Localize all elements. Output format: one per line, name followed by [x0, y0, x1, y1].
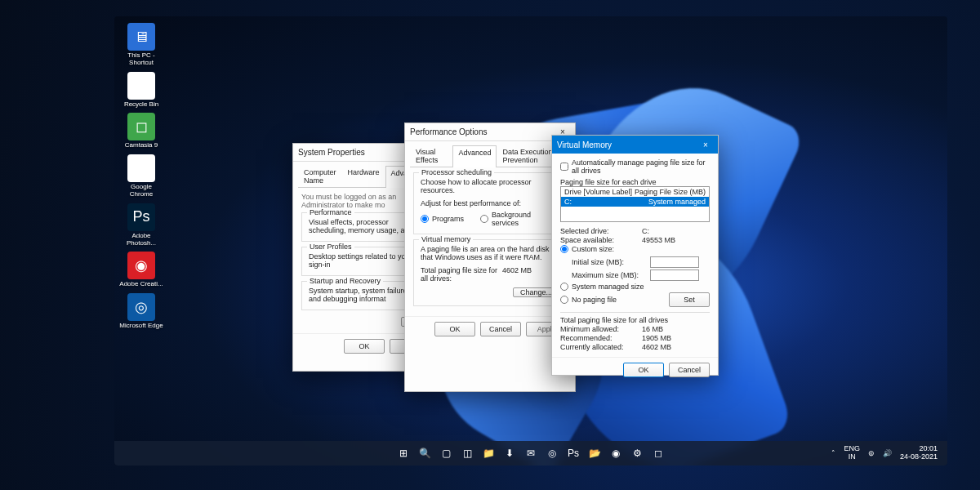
cancel-button[interactable]: Cancel [480, 322, 521, 336]
cancel-button[interactable]: Cancel [669, 363, 710, 377]
desktop-icon-recycle-bin[interactable]: 🗑Recycle Bin [119, 72, 163, 109]
taskbar-widgets-icon[interactable]: ◫ [458, 444, 476, 462]
taskbar-explorer2-icon[interactable]: 📂 [586, 444, 604, 462]
group-label: Processor scheduling [419, 168, 494, 176]
ok-button[interactable]: OK [434, 322, 475, 336]
titlebar[interactable]: Performance Options × [405, 123, 575, 141]
drive-list[interactable]: Drive [Volume Label]Paging File Size (MB… [560, 186, 710, 222]
group-desc: A paging file is an area on the hard dis… [421, 245, 559, 261]
icon-label: Google Chrome [119, 184, 163, 198]
window-title: Performance Options [410, 127, 488, 136]
group-virtual-memory: Virtual memory A paging file is an area … [413, 239, 567, 306]
taskbar-camtasia-icon[interactable]: ◻ [649, 444, 667, 462]
rec-label: Recommended: [560, 334, 642, 342]
photoshop-icon: Ps [127, 203, 155, 231]
window-performance-options[interactable]: Performance Options × Visual EffectsAdva… [404, 122, 576, 392]
each-drive-label: Paging file size for each drive [560, 178, 710, 186]
window-title: Virtual Memory [557, 140, 612, 149]
group-desc: Choose how to allocate processor resourc… [421, 178, 559, 194]
selected-drive-value: C: [642, 227, 649, 235]
group-label: Startup and Recovery [307, 277, 383, 285]
titlebar[interactable]: Virtual Memory × [552, 136, 718, 154]
wifi-icon[interactable]: ⊚ [868, 449, 875, 457]
camtasia-icon: ◻ [127, 113, 155, 140]
taskbar[interactable]: ⊞🔍▢◫📁⬇✉◎Ps📂◉⚙◻ ˄ ENGIN ⊚ 🔊 20:0124-08-20… [114, 441, 947, 466]
rec-value: 1905 MB [642, 334, 671, 342]
recycle-bin-icon: 🗑 [127, 72, 155, 100]
tray-chevron-icon[interactable]: ˄ [831, 449, 835, 457]
taskbar-chrome-icon[interactable]: ◉ [607, 444, 625, 462]
taskbar-apps: ⊞🔍▢◫📁⬇✉◎Ps📂◉⚙◻ [394, 444, 667, 462]
set-button[interactable]: Set [669, 292, 710, 307]
min-label: Minimum allowed: [560, 325, 642, 333]
radio-background[interactable]: Background services [480, 211, 559, 227]
group-proc-scheduling: Processor scheduling Choose how to alloc… [413, 172, 567, 234]
taskbar-store-icon[interactable]: ⬇ [501, 444, 519, 462]
icon-label: Camtasia 9 [119, 142, 163, 149]
taskbar-edge-icon[interactable]: ◎ [543, 444, 561, 462]
totals-label: Total paging file size for all drives [560, 316, 710, 324]
max-size-input[interactable] [650, 270, 699, 281]
system-tray[interactable]: ˄ ENGIN ⊚ 🔊 20:0124-08-2021 [831, 445, 947, 461]
volume-icon[interactable]: 🔊 [883, 449, 892, 457]
drive-row-c[interactable]: C:System managed [561, 197, 709, 207]
tab-advanced[interactable]: Advanced [452, 145, 497, 167]
button-row: OK Cancel [552, 357, 718, 382]
check-auto-manage[interactable]: Automatically manage paging file size fo… [560, 158, 710, 175]
desktop-icon-this-pc[interactable]: 🖥This PC - Shortcut [119, 23, 163, 67]
adjust-label: Adjust for best performance of: [421, 199, 559, 207]
icon-label: Recycle Bin [119, 101, 163, 109]
icon-label: Adobe Creati... [119, 281, 163, 288]
taskbar-start-icon[interactable]: ⊞ [394, 444, 412, 462]
radio-programs[interactable]: Programs [421, 211, 464, 227]
tabs: Visual EffectsAdvancedData Execution Pre… [410, 145, 570, 167]
radio-system-managed[interactable]: System managed size [560, 283, 644, 291]
this-pc-icon: 🖥 [127, 23, 155, 51]
total-label: Total paging file size for all drives: [421, 266, 502, 283]
icon-label: This PC - Shortcut [119, 52, 163, 67]
tab-hardware[interactable]: Hardware [342, 165, 385, 187]
cur-label: Currently allocated: [560, 343, 642, 351]
taskbar-explorer-icon[interactable]: 📁 [479, 444, 497, 462]
close-icon[interactable]: × [698, 140, 713, 149]
taskbar-task-view-icon[interactable]: ▢ [437, 444, 455, 462]
desktop-icon-creative-cloud[interactable]: ◉Adobe Creati... [119, 252, 163, 288]
desktop-icon-photoshop[interactable]: PsAdobe Photosh... [119, 203, 163, 247]
icon-label: Microsoft Edge [119, 323, 163, 330]
chrome-icon: ◉ [127, 154, 155, 182]
desktop-icon-camtasia[interactable]: ◻Camtasia 9 [119, 113, 163, 149]
desktop: 🖥This PC - Shortcut🗑Recycle Bin◻Camtasia… [114, 16, 947, 466]
total-value: 4602 MB [502, 266, 532, 283]
group-label: Virtual memory [419, 235, 473, 243]
radio-custom-size[interactable]: Custom size: [560, 245, 614, 253]
group-label: Performance [307, 208, 354, 216]
space-value: 49553 MB [642, 236, 675, 244]
taskbar-photoshop-icon[interactable]: Ps [564, 444, 582, 462]
initial-size-input[interactable] [650, 256, 699, 268]
initial-size-label: Initial size (MB): [572, 258, 645, 266]
tab-computer-name[interactable]: Computer Name [298, 165, 342, 187]
tab-visual-effects[interactable]: Visual Effects [410, 145, 452, 167]
group-label: User Profiles [307, 243, 354, 251]
col-drive: Drive [Volume Label] [564, 188, 635, 196]
desktop-icon-edge[interactable]: ◎Microsoft Edge [119, 293, 163, 330]
button-row: OK Cancel Apply [405, 316, 575, 341]
window-title: System Properties [298, 148, 365, 157]
taskbar-search-icon[interactable]: 🔍 [416, 444, 434, 462]
min-value: 16 MB [642, 325, 663, 333]
cur-value: 4602 MB [642, 343, 671, 351]
desktop-icons: 🖥This PC - Shortcut🗑Recycle Bin◻Camtasia… [119, 23, 167, 335]
taskbar-settings-icon[interactable]: ⚙ [628, 444, 646, 462]
radio-no-paging[interactable]: No paging file [560, 296, 669, 304]
ok-button[interactable]: OK [344, 339, 385, 354]
clock[interactable]: 20:0124-08-2021 [900, 445, 938, 461]
max-size-label: Maximum size (MB): [572, 271, 645, 279]
icon-label: Adobe Photosh... [119, 233, 163, 247]
creative-cloud-icon: ◉ [127, 252, 155, 279]
lang-secondary[interactable]: IN [844, 453, 860, 461]
taskbar-mail-icon[interactable]: ✉ [522, 444, 540, 462]
ok-button[interactable]: OK [623, 363, 664, 377]
window-virtual-memory[interactable]: Virtual Memory × Automatically manage pa… [551, 135, 719, 376]
desktop-icon-chrome[interactable]: ◉Google Chrome [119, 154, 163, 198]
edge-icon: ◎ [127, 293, 155, 321]
